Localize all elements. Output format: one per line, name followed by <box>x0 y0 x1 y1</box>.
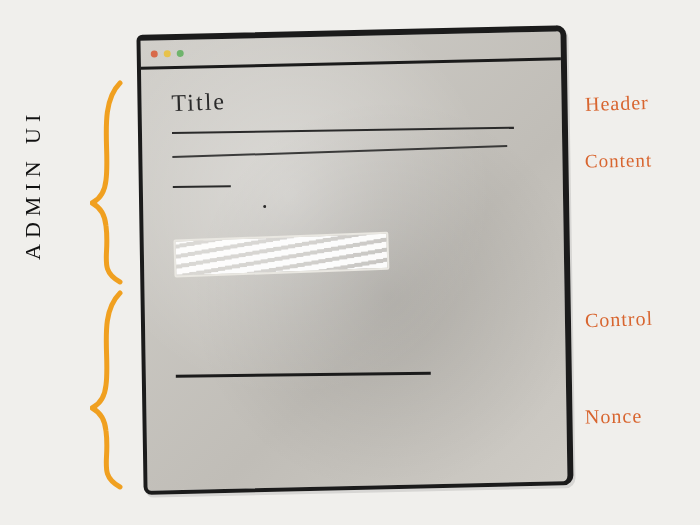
content-line-short <box>173 185 231 188</box>
title-input[interactable]: Title <box>171 76 536 118</box>
left-group-label: ADMIN UI <box>20 109 46 260</box>
admin-ui-window: Title <box>136 25 573 495</box>
window-content: Title <box>141 60 566 379</box>
bracket-bottom <box>90 290 130 494</box>
zoom-icon[interactable] <box>177 49 184 56</box>
annotation-content: Content <box>585 149 653 172</box>
nonce-field <box>176 372 431 378</box>
annotation-nonce: Nonce <box>585 405 643 429</box>
submit-button[interactable] <box>180 305 277 349</box>
bracket-top <box>90 80 130 289</box>
minimize-icon[interactable] <box>164 50 171 57</box>
content-line <box>172 127 514 134</box>
control-input[interactable] <box>173 232 389 278</box>
content-line <box>172 145 507 158</box>
close-icon[interactable] <box>151 50 158 57</box>
annotation-control: Control <box>585 307 654 332</box>
annotation-header: Header <box>585 91 649 116</box>
ellipsis-dot <box>263 205 266 208</box>
